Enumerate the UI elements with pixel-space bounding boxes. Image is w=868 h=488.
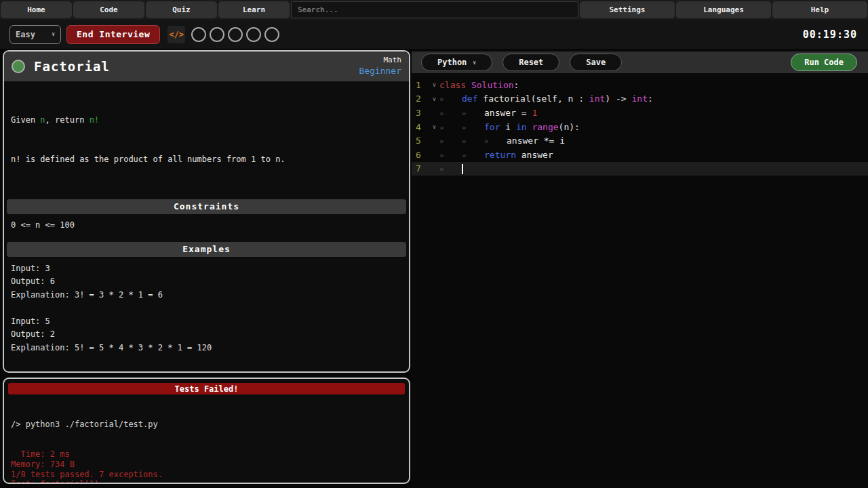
code-token: def	[462, 94, 477, 104]
nav-tab-code[interactable]: Code	[73, 1, 144, 18]
code-line-content: »»answer = 1	[439, 108, 537, 118]
code-token: range	[532, 122, 558, 132]
description-token: , return	[45, 115, 90, 125]
code-line: 4∨»»for i in range(n):	[412, 120, 868, 134]
code-token: 1	[532, 108, 537, 118]
nav-tab-languages[interactable]: Languages	[676, 1, 771, 18]
line-number: 4	[412, 122, 429, 132]
code-line: 1∨class Solution:	[412, 78, 868, 92]
code-line-content: class Solution:	[439, 80, 519, 90]
nav-tab-home[interactable]: Home	[1, 1, 72, 18]
examples-header: Examples	[7, 242, 406, 257]
problem-panel: Factorial Math Beginner Given n, return …	[3, 50, 410, 373]
tests-result-line: Memory: 734 B	[11, 460, 402, 470]
tests-command-line: /> python3 ./factorial/test.py	[11, 420, 402, 430]
code-token: :	[648, 94, 653, 104]
code-token: return	[484, 150, 516, 160]
code-token: answer	[516, 150, 553, 160]
problem-description: Given n, return n! n! is defined as the …	[4, 81, 409, 193]
nav-tab-help[interactable]: Help	[772, 1, 867, 18]
example-line: Explanation: 5! = 5 * 4 * 3 * 2 * 1 = 12…	[11, 342, 402, 355]
indent-guide-icon: »	[484, 137, 507, 146]
code-token: (n):	[559, 122, 580, 132]
code-line: 7»	[412, 162, 868, 176]
line-number: 3	[412, 108, 429, 118]
reset-button[interactable]: Reset	[502, 54, 559, 71]
progress-circle	[246, 27, 261, 42]
tests-output: /> python3 ./factorial/test.py Time: 2 m…	[4, 394, 409, 484]
difficulty-value: Easy	[16, 30, 35, 39]
nav-tab-learn[interactable]: Learn	[218, 1, 290, 18]
fold-arrow-icon[interactable]: ∨	[429, 96, 439, 102]
indent-guide-icon: »	[439, 123, 462, 132]
description-token: n	[40, 115, 45, 125]
code-editor[interactable]: 1∨class Solution:2∨»def factorial(self, …	[412, 73, 868, 176]
progress-circle	[264, 27, 279, 42]
code-brackets-icon: </>	[169, 30, 184, 39]
code-line: 3»»answer = 1	[412, 106, 868, 120]
nav-left-tabs: HomeCodeQuizLearn	[0, 0, 290, 20]
problem-title: Factorial	[34, 59, 110, 74]
example-line: Input: 3	[11, 262, 402, 276]
problem-difficulty-label: Beginner	[359, 66, 401, 77]
tests-result-line: Test: factorial(1)	[11, 479, 402, 484]
example-line: Output: 6	[11, 275, 402, 289]
indent-guide-icon: »	[439, 95, 462, 104]
problem-status-icon	[12, 60, 25, 73]
code-mode-button[interactable]: </>	[167, 26, 185, 43]
examples-list: Input: 3Output: 6Explanation: 3! = 3 * 2…	[4, 257, 409, 361]
run-code-button[interactable]: Run Code	[791, 54, 857, 71]
example-line: Output: 2	[11, 328, 402, 342]
description-token: Given	[11, 115, 40, 125]
nav-tab-quiz[interactable]: Quiz	[146, 1, 217, 18]
example-line: Input: 5	[11, 315, 402, 329]
difficulty-select[interactable]: Easy ∨	[9, 25, 61, 44]
problem-category-label: Math	[359, 56, 401, 65]
problem-header: Factorial Math Beginner	[4, 52, 409, 81]
progress-circle	[228, 27, 243, 42]
progress-circle	[191, 27, 206, 42]
nav-tab-settings[interactable]: Settings	[580, 1, 675, 18]
line-number: 1	[412, 80, 429, 90]
code-line-content: »»»answer *= i	[439, 136, 565, 146]
session-timer: 00:19:30	[803, 28, 857, 41]
nav-right-tabs: SettingsLanguagesHelp	[579, 0, 868, 20]
code-token	[466, 80, 471, 90]
code-token: Solution	[471, 80, 514, 90]
description-line-2: n! is defined as the product of all numb…	[11, 153, 402, 166]
code-token: answer *= i	[507, 136, 565, 146]
code-token: i	[500, 122, 515, 132]
editor-panel: Python ∨ Reset Save Run Code 1∨class Sol…	[412, 50, 868, 488]
tests-result-line: 1/8 tests passed. 7 exceptions.	[11, 470, 402, 480]
code-line-content: »»return answer	[439, 150, 553, 160]
line-number: 5	[412, 136, 429, 146]
editor-toolbar: Python ∨ Reset Save Run Code	[412, 52, 868, 73]
search-input[interactable]	[291, 1, 578, 18]
fold-arrow-icon[interactable]: ∨	[429, 123, 439, 130]
fold-arrow-icon[interactable]: ∨	[429, 81, 439, 88]
progress-circle	[210, 27, 224, 42]
save-button[interactable]: Save	[570, 54, 622, 71]
end-interview-button[interactable]: End Interview	[66, 25, 160, 44]
indent-guide-icon: »	[439, 109, 462, 118]
problem-tags: Math Beginner	[359, 56, 401, 77]
code-line-content: »	[439, 163, 463, 174]
indent-guide-icon: »	[439, 151, 462, 160]
constraints-header: Constraints	[7, 199, 406, 214]
top-navbar: HomeCodeQuizLearn SettingsLanguagesHelp	[0, 0, 868, 20]
language-value: Python	[437, 58, 467, 67]
chevron-down-icon: ∨	[52, 31, 55, 37]
code-line-content: »def factorial(self, n : int) -> int:	[439, 94, 653, 104]
code-line: 2∨»def factorial(self, n : int) -> int:	[412, 92, 868, 106]
tests-failed-banner: Tests Failed!	[8, 383, 405, 394]
tests-result-line: Time: 2 ms	[11, 449, 402, 460]
code-token: int	[631, 94, 647, 104]
indent-guide-icon: »	[462, 137, 484, 146]
line-number: 2	[412, 94, 429, 104]
text-cursor	[462, 164, 463, 174]
line-number: 7	[412, 163, 429, 174]
indent-guide-icon: »	[462, 109, 484, 118]
progress-circles	[191, 27, 279, 42]
session-toolbar: Easy ∨ End Interview </> 00:19:30	[0, 20, 868, 49]
language-select[interactable]: Python ∨	[421, 54, 492, 71]
